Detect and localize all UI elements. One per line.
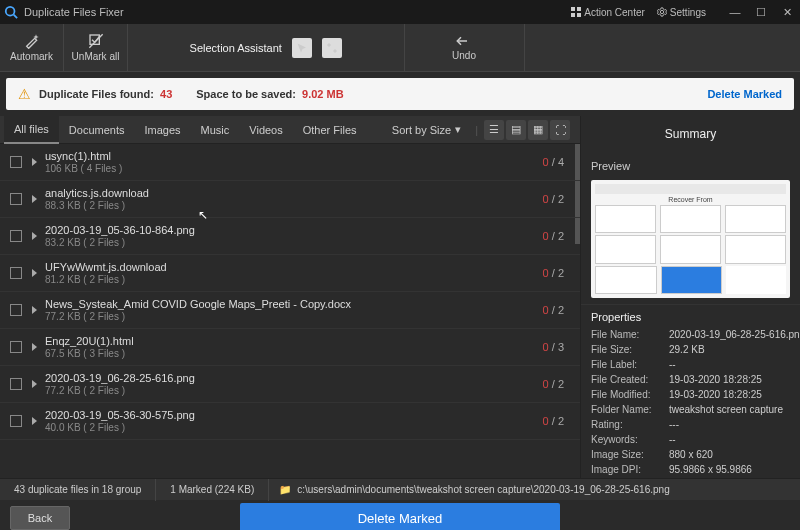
property-row: File Modified:19-03-2020 18:28:25 (591, 387, 800, 402)
expand-icon[interactable] (32, 232, 37, 240)
svg-rect-5 (577, 13, 581, 17)
property-key: Image DPI: (591, 462, 669, 477)
property-value: --- (669, 417, 800, 432)
grid-icon (571, 7, 581, 17)
selection-ratio: 0 / 2 (543, 193, 564, 205)
expand-icon[interactable] (32, 195, 37, 203)
row-checkbox[interactable] (10, 415, 22, 427)
property-key: File Label: (591, 357, 669, 372)
action-center-button[interactable]: Action Center (571, 7, 645, 18)
tab-documents[interactable]: Documents (59, 116, 135, 144)
automark-button[interactable]: Automark (0, 24, 64, 71)
selection-ratio: 0 / 2 (543, 230, 564, 242)
property-value: 2020-03-19_06-28-25-616.png (669, 327, 800, 342)
tab-music[interactable]: Music (191, 116, 240, 144)
property-row: Keywords:-- (591, 432, 800, 447)
expand-icon[interactable] (32, 306, 37, 314)
tab-videos[interactable]: Videos (239, 116, 292, 144)
tab-other[interactable]: Other Files (293, 116, 367, 144)
file-meta: 77.2 KB ( 2 Files ) (45, 385, 543, 396)
uncheck-icon (88, 33, 104, 49)
svg-line-1 (14, 15, 18, 19)
property-key: Keywords: (591, 432, 669, 447)
file-group-row[interactable]: UFYwWwmt.js.download81.2 KB ( 2 Files )0… (0, 255, 580, 292)
properties-table: File Name:2020-03-19_06-28-25-616.pngFil… (591, 327, 800, 477)
bottom-bar: Back Delete Marked (0, 500, 800, 530)
view-grid[interactable]: ▦ (528, 120, 548, 140)
expand-icon[interactable] (32, 269, 37, 277)
row-checkbox[interactable] (10, 341, 22, 353)
tab-all-files[interactable]: All files (4, 116, 59, 144)
file-group-row[interactable]: Enqz_20U(1).html67.5 KB ( 3 Files )0 / 3 (0, 329, 580, 366)
file-group-row[interactable]: analytics.js.download88.3 KB ( 2 Files )… (0, 181, 580, 218)
selection-assistant: Selection Assistant (128, 24, 405, 71)
selection-ratio: 0 / 2 (543, 267, 564, 279)
sa-tool-1[interactable] (292, 38, 312, 58)
file-group-row[interactable]: 2020-03-19_05-36-10-864.png83.2 KB ( 2 F… (0, 218, 580, 255)
summary-heading: Summary (581, 116, 800, 152)
property-value: 29.2 KB (669, 342, 800, 357)
file-group-row[interactable]: usync(1).html106 KB ( 4 Files )0 / 4 (0, 144, 580, 181)
selection-ratio: 0 / 4 (543, 156, 564, 168)
minimize-button[interactable]: — (726, 6, 744, 19)
expand-icon[interactable] (32, 343, 37, 351)
property-value: 880 x 620 (669, 447, 800, 462)
expand-icon[interactable] (32, 158, 37, 166)
file-name: 2020-03-19_05-36-10-864.png (45, 224, 543, 236)
close-button[interactable]: ✕ (778, 6, 796, 19)
row-checkbox[interactable] (10, 230, 22, 242)
tab-images[interactable]: Images (134, 116, 190, 144)
row-checkbox[interactable] (10, 378, 22, 390)
delete-marked-button[interactable]: Delete Marked (240, 503, 560, 530)
gear-icon (657, 7, 667, 17)
delete-marked-link[interactable]: Delete Marked (707, 88, 782, 100)
content: All files Documents Images Music Videos … (0, 116, 800, 478)
back-button[interactable]: Back (10, 506, 70, 530)
view-details[interactable]: ▤ (506, 120, 526, 140)
wand-icon (24, 33, 40, 49)
property-value: tweakshot screen capture (669, 402, 800, 417)
view-list[interactable]: ☰ (484, 120, 504, 140)
file-name: 2020-03-19_06-28-25-616.png (45, 372, 543, 384)
warning-icon: ⚠ (18, 86, 31, 102)
property-key: Image Size: (591, 447, 669, 462)
sa-tool-2[interactable] (322, 38, 342, 58)
file-meta: 77.2 KB ( 2 Files ) (45, 311, 543, 322)
file-group-row[interactable]: 2020-03-19_06-28-25-616.png77.2 KB ( 2 F… (0, 366, 580, 403)
row-checkbox[interactable] (10, 267, 22, 279)
unmark-all-button[interactable]: UnMark all (64, 24, 128, 71)
file-meta: 81.2 KB ( 2 Files ) (45, 274, 543, 285)
property-key: File Name: (591, 327, 669, 342)
settings-button[interactable]: Settings (657, 7, 706, 18)
property-row: File Created:19-03-2020 18:28:25 (591, 372, 800, 387)
row-checkbox[interactable] (10, 156, 22, 168)
file-list[interactable]: usync(1).html106 KB ( 4 Files )0 / 4anal… (0, 144, 580, 478)
file-name: News_Systeak_Amid COVID Google Maps_Pree… (45, 298, 543, 310)
file-group-row[interactable]: News_Systeak_Amid COVID Google Maps_Pree… (0, 292, 580, 329)
property-row: Image Size:880 x 620 (591, 447, 800, 462)
file-group-row[interactable]: 2020-03-19_05-36-30-575.png40.0 KB ( 2 F… (0, 403, 580, 440)
property-key: File Size: (591, 342, 669, 357)
file-meta: 67.5 KB ( 3 Files ) (45, 348, 543, 359)
app-logo-icon (4, 5, 18, 19)
sort-by-dropdown[interactable]: Sort by Size ▾ (392, 123, 461, 136)
property-value: -- (669, 357, 800, 372)
property-key: File Created: (591, 372, 669, 387)
svg-rect-2 (571, 7, 575, 11)
property-row: File Name:2020-03-19_06-28-25-616.png (591, 327, 800, 342)
expand-icon[interactable] (32, 380, 37, 388)
svg-line-7 (89, 34, 102, 47)
file-meta: 40.0 KB ( 2 Files ) (45, 422, 543, 433)
property-value: -- (669, 432, 800, 447)
expand-icon[interactable] (32, 417, 37, 425)
property-value: 19-03-2020 18:28:25 (669, 387, 800, 402)
view-expand[interactable]: ⛶ (550, 120, 570, 140)
property-key: Rating: (591, 417, 669, 432)
row-checkbox[interactable] (10, 304, 22, 316)
property-row: File Size:29.2 KB (591, 342, 800, 357)
row-checkbox[interactable] (10, 193, 22, 205)
maximize-button[interactable]: ☐ (752, 6, 770, 19)
file-panel: All files Documents Images Music Videos … (0, 116, 580, 478)
undo-button[interactable]: Undo (405, 24, 525, 71)
selection-ratio: 0 / 3 (543, 341, 564, 353)
